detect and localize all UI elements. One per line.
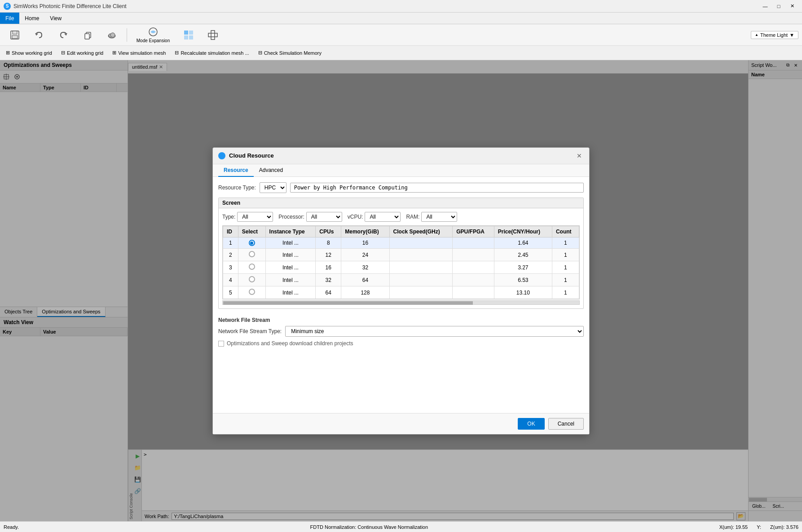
memory-icon: ⊟	[258, 50, 262, 56]
cloud-icon	[106, 30, 117, 40]
dialog-tab-advanced[interactable]: Advanced	[254, 164, 288, 177]
view-mesh-button[interactable]: ⊞ View simulation mesh	[108, 48, 170, 57]
resource-type-label: Resource Type:	[218, 185, 256, 191]
mode-expansion-icon	[148, 27, 159, 37]
cloud-button[interactable]	[101, 26, 123, 44]
cell-price: 2.45	[494, 249, 552, 261]
grid-button-2[interactable]	[202, 26, 224, 44]
fdtd-norm-text: FDTD Normalization: Continuous Wave Norm…	[28, 524, 710, 530]
dialog-tab-resource[interactable]: Resource	[218, 164, 254, 177]
edit-grid-button[interactable]: ⊟ Edit working grid	[57, 48, 107, 57]
cell-instance-type: Intel ...	[265, 237, 316, 249]
edit-grid-label: Edit working grid	[67, 50, 103, 56]
cell-select[interactable]	[238, 237, 265, 249]
cell-select[interactable]	[238, 249, 265, 261]
cell-memory: 128	[341, 286, 389, 299]
app-title: SimWorks Photonic Finite Difference Lite…	[13, 3, 759, 9]
table-row[interactable]: 5 Intel ... 64 128 13.10 1	[223, 286, 579, 299]
cell-price: 13.10	[494, 286, 552, 299]
download-children-checkbox[interactable]	[218, 341, 224, 347]
radio-4[interactable]	[249, 289, 255, 295]
table-row[interactable]: 2 Intel ... 12 24 2.45 1	[223, 249, 579, 261]
mode-expansion-button[interactable]: Mode Expansion	[131, 26, 176, 44]
dialog-tabs: Resource Advanced	[213, 164, 589, 177]
undo-button[interactable]	[28, 26, 50, 44]
table-row[interactable]: 4 Intel ... 32 64 6.53 1	[223, 274, 579, 286]
vcpu-filter: vCPU: All	[348, 212, 401, 222]
main-toolbar: Mode Expansion ▲ Theme Light ▼	[0, 24, 802, 46]
check-memory-button[interactable]: ⊟ Check Simulation Memory	[254, 48, 326, 57]
menu-file[interactable]: File	[0, 13, 19, 24]
menu-view[interactable]: View	[44, 13, 67, 24]
edit-grid-icon: ⊟	[61, 50, 65, 56]
th-cpus: CPUs	[316, 226, 341, 237]
cell-memory: 16	[341, 237, 389, 249]
cell-count: 1	[552, 249, 579, 261]
cell-count: 1	[552, 237, 579, 249]
cell-instance-type: Intel ...	[265, 249, 316, 261]
grid-icon-2	[207, 30, 218, 40]
minimize-button[interactable]: —	[759, 1, 771, 11]
undo-icon	[34, 30, 44, 40]
svg-rect-10	[189, 31, 193, 35]
cell-memory: 32	[341, 261, 389, 274]
resource-type-select[interactable]: HPC	[260, 182, 286, 193]
redo-button[interactable]	[52, 26, 75, 44]
filter-row: Type: All Processor: All	[222, 212, 580, 222]
table-row[interactable]: 1 Intel ... 8 16 1.64 1	[223, 237, 579, 249]
th-clock-speed: Clock Speed(GHz)	[389, 226, 453, 237]
screen-section-content: Type: All Processor: All	[219, 208, 583, 309]
close-button[interactable]: ✕	[786, 1, 798, 11]
th-memory: Memory(GiB)	[341, 226, 389, 237]
cell-count: 1	[552, 274, 579, 286]
app-icon: S	[4, 3, 11, 10]
theme-selector[interactable]: ▲ Theme Light ▼	[751, 31, 798, 39]
recalc-mesh-label: Recalculate simulation mesh ...	[181, 50, 249, 56]
scroll-thumb	[223, 301, 473, 305]
recalc-mesh-button[interactable]: ⊟ Recalculate simulation mesh ...	[171, 48, 253, 57]
ok-button[interactable]: OK	[518, 418, 544, 430]
instance-table: ID Select Instance Type CPUs Memory(GiB)…	[223, 226, 579, 299]
cell-instance-type: Intel ...	[265, 274, 316, 286]
dialog-title: Cloud Resource	[229, 152, 575, 159]
ram-filter-select[interactable]: All	[421, 212, 457, 222]
maximize-button[interactable]: □	[772, 1, 785, 11]
radio-3[interactable]	[249, 276, 255, 282]
cell-clock-speed	[389, 249, 453, 261]
vcpu-filter-select[interactable]: All	[365, 212, 401, 222]
radio-0[interactable]	[249, 240, 255, 246]
th-price: Price(CNY/Hour)	[494, 226, 552, 237]
menu-bar: File Home View	[0, 13, 802, 24]
cell-gpu-fpga	[453, 261, 494, 274]
table-horizontal-scrollbar[interactable]	[222, 300, 580, 305]
table-header-row: ID Select Instance Type CPUs Memory(GiB)…	[223, 226, 579, 237]
copy-button[interactable]	[76, 26, 99, 44]
processor-filter-select[interactable]: All	[306, 212, 342, 222]
triangle-up-icon: ▲	[755, 33, 758, 37]
th-gpu-fpga: GPU/FPGA	[453, 226, 494, 237]
dialog-close-button[interactable]: ✕	[575, 151, 584, 160]
radio-1[interactable]	[249, 251, 255, 257]
cell-cpus: 64	[316, 286, 341, 299]
instance-table-container[interactable]: ID Select Instance Type CPUs Memory(GiB)…	[222, 225, 580, 300]
cell-count: 1	[552, 261, 579, 274]
radio-2[interactable]	[249, 264, 255, 270]
cell-select[interactable]	[238, 274, 265, 286]
type-filter-select[interactable]: All	[237, 212, 273, 222]
save-button[interactable]	[4, 26, 26, 44]
cell-memory: 64	[341, 274, 389, 286]
network-type-select[interactable]: Minimum size	[285, 326, 584, 337]
cell-select[interactable]	[238, 261, 265, 274]
cell-clock-speed	[389, 274, 453, 286]
th-instance-type: Instance Type	[265, 226, 316, 237]
dialog-title-bar: Cloud Resource ✕	[213, 148, 589, 164]
cell-select[interactable]	[238, 286, 265, 299]
svg-rect-2	[12, 35, 18, 39]
cell-cpus: 32	[316, 274, 341, 286]
grid-button-1[interactable]	[177, 26, 200, 44]
show-grid-button[interactable]: ⊞ Show working grid	[2, 48, 56, 57]
resource-type-row: Resource Type: HPC	[218, 182, 584, 193]
menu-home[interactable]: Home	[19, 13, 44, 24]
cancel-button[interactable]: Cancel	[548, 418, 584, 430]
table-row[interactable]: 3 Intel ... 16 32 3.27 1	[223, 261, 579, 274]
